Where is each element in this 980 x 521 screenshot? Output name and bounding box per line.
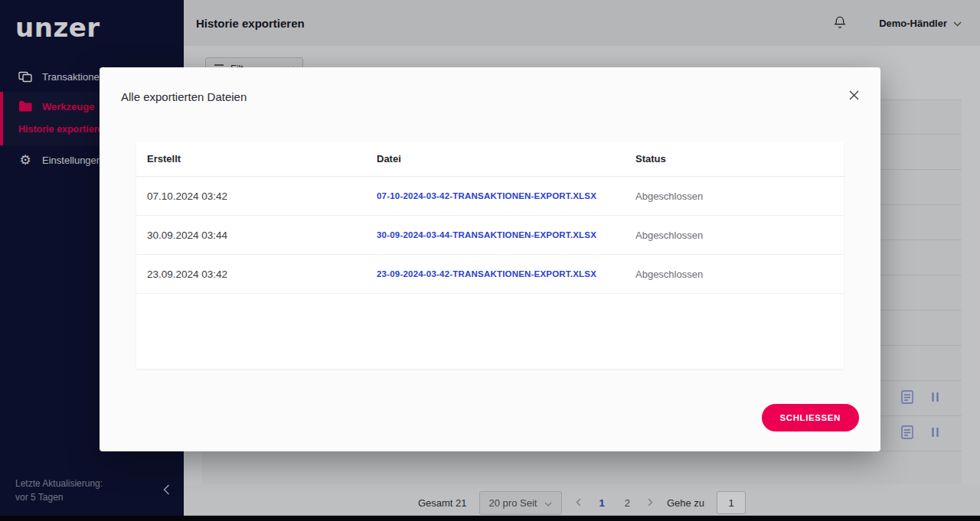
export-history-modal: Alle exportierten Dateien Erstellt Datei… <box>100 67 880 451</box>
modal-title: Alle exportierten Dateien <box>121 90 247 103</box>
table-row: 23.09.2024 03:42 23-09-2024-03-42-TRANSA… <box>136 255 844 294</box>
table-header-row: Erstellt Datei Status <box>136 142 844 177</box>
created-cell: 23.09.2024 03:42 <box>147 269 377 280</box>
status-cell: Abgeschlossen <box>635 190 844 202</box>
created-cell: 07.10.2024 03:42 <box>147 190 377 202</box>
file-download-link[interactable]: 07-10-2024-03-42-TRANSAKTIONEN-EXPORT.XL… <box>377 191 635 200</box>
table-row: 30.09.2024 03:44 30-09-2024-03-44-TRANSA… <box>136 216 844 255</box>
column-header-status: Status <box>635 153 844 164</box>
exported-files-table: Erstellt Datei Status 07.10.2024 03:42 0… <box>136 142 844 369</box>
schliessen-button[interactable]: SCHLIESSEN <box>762 404 860 431</box>
created-cell: 30.09.2024 03:44 <box>147 230 377 241</box>
status-cell: Abgeschlossen <box>635 269 844 280</box>
column-header-created: Erstellt <box>147 153 377 164</box>
status-cell: Abgeschlossen <box>635 230 844 241</box>
column-header-file: Datei <box>377 153 635 164</box>
close-icon <box>849 90 859 103</box>
modal-close-button[interactable] <box>846 87 862 106</box>
table-row: 07.10.2024 03:42 07-10-2024-03-42-TRANSA… <box>136 177 844 216</box>
file-download-link[interactable]: 23-09-2024-03-42-TRANSAKTIONEN-EXPORT.XL… <box>377 269 635 278</box>
file-download-link[interactable]: 30-09-2024-03-44-TRANSAKTIONEN-EXPORT.XL… <box>377 230 635 239</box>
